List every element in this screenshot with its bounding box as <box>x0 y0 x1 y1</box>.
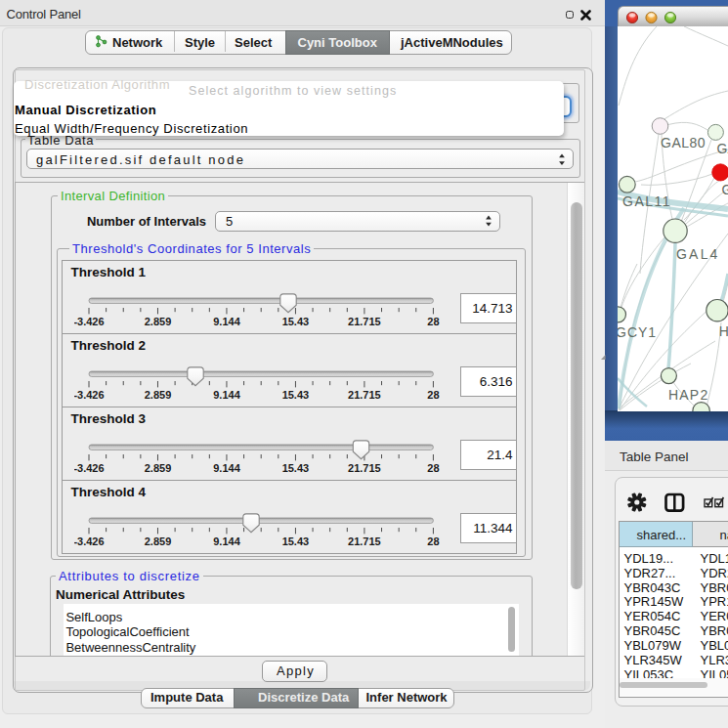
svg-text:GAL11: GAL11 <box>622 193 671 209</box>
svg-text:-3.426: -3.426 <box>74 462 105 474</box>
svg-text:-3.426: -3.426 <box>74 535 105 547</box>
svg-text:GAL1: GAL1 <box>717 141 728 156</box>
svg-text:HIS4: HIS4 <box>719 323 728 339</box>
svg-text:28: 28 <box>427 389 439 401</box>
svg-text:2.859: 2.859 <box>145 462 172 474</box>
svg-text:28: 28 <box>427 316 439 327</box>
svg-text:15.43: 15.43 <box>282 389 310 401</box>
svg-text:21.715: 21.715 <box>348 462 381 474</box>
svg-text:21.715: 21.715 <box>348 535 381 547</box>
svg-text:9.144: 9.144 <box>213 389 240 401</box>
svg-text:GAL: GAL <box>722 182 728 197</box>
svg-text:-3.426: -3.426 <box>74 316 105 327</box>
svg-text:2.859: 2.859 <box>145 389 172 401</box>
svg-text:GAL80: GAL80 <box>661 135 706 150</box>
svg-text:-3.426: -3.426 <box>74 389 105 401</box>
svg-text:9.144: 9.144 <box>213 535 240 547</box>
svg-text:21.715: 21.715 <box>348 316 381 327</box>
svg-text:2.859: 2.859 <box>145 316 172 327</box>
svg-text:9.144: 9.144 <box>213 316 240 327</box>
svg-text:15.43: 15.43 <box>282 316 310 327</box>
svg-text:9.144: 9.144 <box>213 462 240 474</box>
svg-text:28: 28 <box>427 535 439 547</box>
svg-text:15.43: 15.43 <box>282 535 310 547</box>
svg-text:2.859: 2.859 <box>145 535 172 547</box>
svg-text:21.715: 21.715 <box>348 389 381 401</box>
svg-text:15.43: 15.43 <box>282 462 310 474</box>
svg-text:GAL4: GAL4 <box>676 246 720 262</box>
svg-text:HAP2: HAP2 <box>668 387 708 403</box>
svg-text:28: 28 <box>427 462 439 474</box>
svg-text:GCY1: GCY1 <box>618 324 657 340</box>
